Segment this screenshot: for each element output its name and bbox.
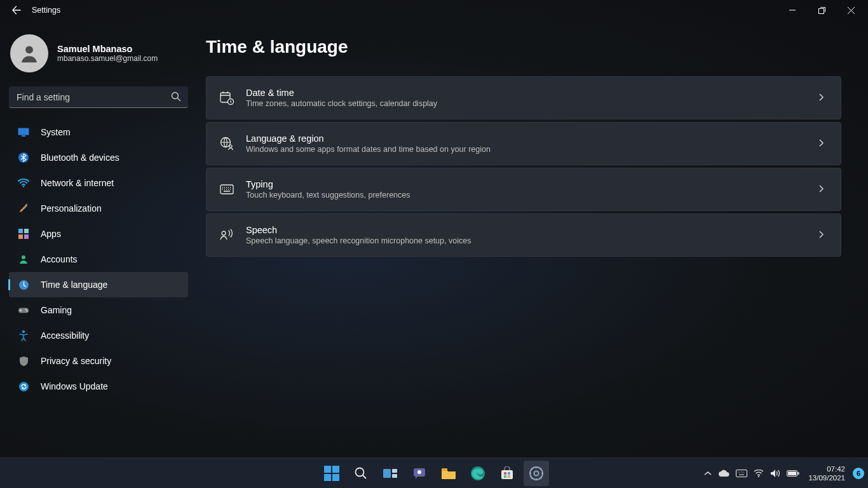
window-title: Settings	[32, 6, 60, 15]
folder-icon	[441, 467, 456, 480]
sidebar-item-label: Apps	[41, 229, 61, 239]
card-language-region[interactable]: Language & region Windows and some apps …	[206, 122, 841, 165]
sidebar-item-gaming[interactable]: Gaming	[9, 297, 188, 323]
card-title: Typing	[246, 179, 819, 189]
profile-username: Samuel Mbanaso	[57, 44, 158, 54]
svg-rect-4	[22, 135, 25, 137]
shield-icon	[18, 355, 29, 367]
sidebar-item-accounts[interactable]: Accounts	[9, 247, 188, 272]
svg-rect-34	[504, 472, 506, 475]
volume-icon[interactable]	[770, 469, 780, 478]
search-icon	[354, 466, 368, 480]
search-input[interactable]	[9, 86, 188, 108]
svg-point-12	[22, 255, 25, 259]
sidebar-item-apps[interactable]: Apps	[9, 221, 188, 247]
sidebar-item-update[interactable]: Windows Update	[9, 374, 188, 399]
sidebar-item-label: Bluetooth & devices	[41, 152, 119, 163]
card-date-time[interactable]: Date & time Time zones, automatic clock …	[206, 76, 841, 119]
minimize-button[interactable]	[778, 0, 807, 20]
svg-rect-43	[798, 472, 799, 475]
edge-button[interactable]	[465, 461, 491, 486]
search-button[interactable]	[348, 461, 374, 486]
sidebar-item-label: Time & language	[41, 280, 107, 290]
svg-point-6	[23, 186, 25, 187]
nav-list: System Bluetooth & devices Network & int…	[0, 119, 197, 399]
globe-person-icon	[219, 136, 234, 151]
sidebar-item-label: Windows Update	[41, 381, 108, 391]
back-arrow-icon	[11, 5, 22, 15]
sidebar-item-system[interactable]: System	[9, 119, 188, 145]
card-subtitle: Speech language, speech recognition micr…	[246, 236, 819, 245]
close-button[interactable]	[836, 0, 865, 20]
taskbar: 07:42 13/09/2021 6	[0, 458, 868, 488]
maximize-icon	[818, 7, 825, 14]
monitor-icon	[18, 126, 29, 138]
chevron-right-icon	[819, 184, 828, 195]
system-tray[interactable]	[704, 469, 799, 478]
search-icon	[170, 91, 182, 105]
svg-rect-11	[24, 234, 29, 239]
clock-time: 07:42	[808, 464, 845, 473]
chat-icon	[412, 466, 426, 480]
avatar	[10, 34, 48, 72]
person-silhouette-icon	[18, 43, 40, 64]
sidebar-item-accessibility[interactable]: Accessibility	[9, 323, 188, 348]
sidebar-item-label: System	[41, 127, 71, 137]
keyboard-small-icon[interactable]	[736, 470, 747, 477]
bluetooth-icon	[18, 152, 29, 163]
taskbar-right: 07:42 13/09/2021 6	[704, 464, 864, 482]
card-title: Language & region	[246, 133, 819, 144]
store-button[interactable]	[494, 461, 520, 486]
chevron-right-icon	[819, 229, 828, 241]
wifi-small-icon[interactable]	[754, 470, 764, 477]
chevron-up-icon[interactable]	[704, 471, 712, 476]
taskbar-clock[interactable]: 07:42 13/09/2021	[808, 464, 845, 482]
windows-logo-icon	[324, 466, 339, 481]
notification-badge[interactable]: 6	[853, 468, 864, 479]
svg-rect-10	[18, 234, 23, 239]
svg-point-1	[25, 46, 33, 53]
card-speech[interactable]: Speech Speech language, speech recogniti…	[206, 214, 841, 257]
battery-icon[interactable]	[787, 470, 799, 477]
maximize-button[interactable]	[807, 0, 836, 20]
main-content: Time & language Date & time Time zones, …	[197, 20, 868, 458]
apps-icon	[18, 228, 29, 240]
settings-button[interactable]	[524, 461, 549, 486]
svg-point-17	[22, 330, 25, 333]
svg-rect-36	[504, 475, 506, 478]
sidebar-item-network[interactable]: Network & internet	[9, 170, 188, 196]
sidebar-item-bluetooth[interactable]: Bluetooth & devices	[9, 145, 188, 170]
clock-globe-icon	[18, 279, 29, 290]
svg-rect-35	[508, 472, 510, 475]
clock-date: 13/09/2021	[808, 473, 845, 482]
sidebar-item-label: Privacy & security	[41, 356, 111, 366]
svg-point-24	[222, 231, 226, 235]
svg-point-15	[25, 309, 27, 310]
chat-button[interactable]	[407, 461, 432, 486]
gear-icon	[529, 466, 544, 481]
svg-rect-9	[24, 229, 29, 233]
edge-icon	[470, 466, 485, 481]
back-button[interactable]	[3, 0, 31, 20]
chevron-right-icon	[819, 92, 828, 104]
sidebar-item-personalization[interactable]: Personalization	[9, 196, 188, 221]
card-typing[interactable]: Typing Touch keyboard, text suggestions,…	[206, 168, 841, 211]
minimize-icon	[789, 7, 796, 13]
onedrive-icon[interactable]	[718, 470, 729, 477]
page-title: Time & language	[206, 37, 841, 57]
sidebar-item-label: Personalization	[41, 203, 102, 214]
taskview-button[interactable]	[377, 461, 403, 486]
svg-rect-31	[442, 468, 447, 471]
sidebar-item-time-language[interactable]: Time & language	[9, 272, 188, 297]
brush-icon	[18, 203, 29, 214]
sidebar-item-privacy[interactable]: Privacy & security	[9, 348, 188, 374]
profile-block[interactable]: Samuel Mbanaso mbanaso.samuel@gmail.com	[0, 28, 197, 84]
keyboard-icon	[219, 182, 234, 197]
card-title: Date & time	[246, 88, 819, 98]
explorer-button[interactable]	[436, 461, 461, 486]
svg-point-18	[19, 382, 29, 391]
search-wrapper	[9, 86, 188, 108]
start-button[interactable]	[319, 461, 344, 486]
accessibility-icon	[18, 330, 29, 341]
svg-rect-40	[736, 470, 747, 477]
